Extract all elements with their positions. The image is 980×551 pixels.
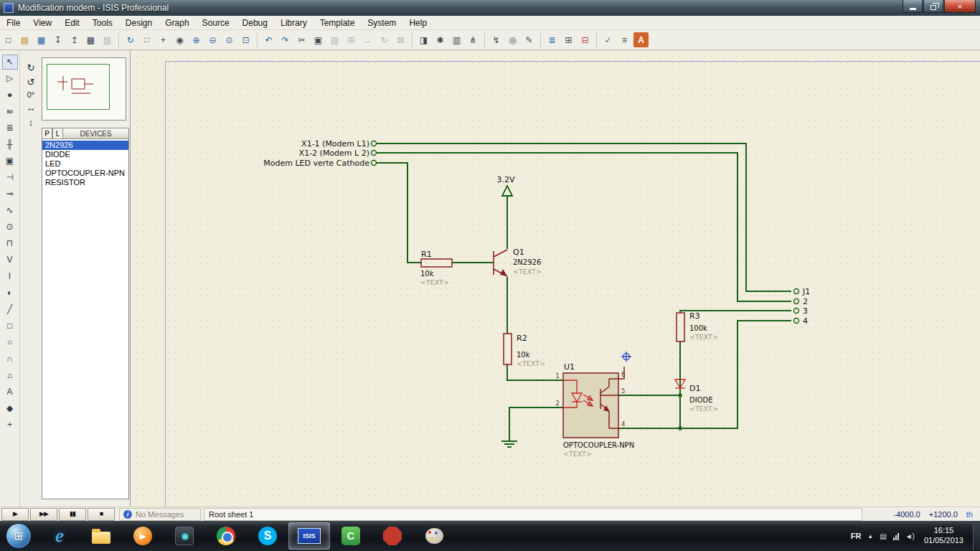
pause-button[interactable]: ▮▮ bbox=[59, 508, 86, 521]
menu-file[interactable]: File bbox=[0, 17, 27, 29]
menu-graph[interactable]: Graph bbox=[159, 17, 195, 29]
rotate-anticlockwise-button[interactable]: ↺ bbox=[23, 75, 39, 89]
redraw-icon[interactable]: ↻ bbox=[123, 32, 138, 47]
mirror-vertical-button[interactable]: ↕ bbox=[23, 115, 39, 129]
copy-icon[interactable]: ▣ bbox=[311, 32, 326, 47]
bus-icon[interactable]: ╫ bbox=[2, 137, 18, 152]
paste-icon[interactable]: ▨ bbox=[327, 32, 342, 47]
pan-icon[interactable]: ◉ bbox=[172, 32, 187, 47]
menu-library[interactable]: Library bbox=[274, 17, 314, 29]
block-move-icon[interactable]: ↔ bbox=[360, 32, 375, 47]
netlist-to-ares-icon[interactable]: A bbox=[633, 32, 649, 47]
design-explorer-icon[interactable]: ≣ bbox=[545, 32, 560, 47]
media-player-taskbar-icon[interactable]: ▶ bbox=[122, 522, 164, 550]
restore-button[interactable] bbox=[923, 0, 943, 13]
minimize-button[interactable] bbox=[903, 0, 923, 13]
new-sheet-icon[interactable]: ⊞ bbox=[561, 32, 576, 47]
volume-tray-icon[interactable]: ◄) bbox=[905, 532, 915, 540]
zoom-area-icon[interactable]: ⊡ bbox=[238, 32, 253, 47]
text-script-icon[interactable]: ≣ bbox=[2, 121, 18, 136]
selection-mode-icon[interactable]: ↖ bbox=[2, 55, 18, 70]
circle-2d-icon[interactable]: ○ bbox=[2, 335, 18, 350]
device-item-diode[interactable]: DIODE bbox=[42, 150, 128, 159]
terminal-mode-icon[interactable]: ⊣ bbox=[2, 170, 18, 185]
stop-button[interactable]: ■ bbox=[88, 508, 115, 521]
paint-taskbar-icon[interactable] bbox=[413, 522, 455, 550]
resistor-r3[interactable]: R3 100k <TEXT> bbox=[677, 311, 718, 342]
menu-design[interactable]: Design bbox=[119, 17, 159, 29]
chrome-taskbar-icon[interactable] bbox=[205, 522, 247, 550]
component-mode-icon[interactable]: ▷ bbox=[2, 71, 18, 86]
import-section-icon[interactable]: ↧ bbox=[50, 32, 65, 47]
block-delete-icon[interactable]: ⊠ bbox=[393, 32, 408, 47]
property-assignment-icon[interactable]: ✎ bbox=[522, 32, 537, 47]
language-indicator[interactable]: FR bbox=[851, 532, 862, 540]
zoom-all-icon[interactable]: ⊙ bbox=[222, 32, 237, 47]
voltage-probe-icon[interactable]: V bbox=[2, 253, 18, 268]
close-button[interactable]: × bbox=[944, 0, 976, 13]
menu-template[interactable]: Template bbox=[314, 17, 362, 29]
start-button[interactable]: ⊞ bbox=[6, 523, 32, 549]
ie-taskbar-icon[interactable]: e bbox=[39, 522, 80, 550]
block-rotate-icon[interactable]: ↻ bbox=[377, 32, 392, 47]
junction-dot-icon[interactable]: ● bbox=[2, 88, 18, 103]
explorer-taskbar-icon[interactable] bbox=[80, 522, 122, 550]
power-terminal-3v2[interactable]: 3.2V bbox=[496, 175, 514, 196]
play-button[interactable]: ▶ bbox=[1, 508, 29, 521]
text-2d-icon[interactable]: A bbox=[2, 385, 18, 400]
overview-window[interactable] bbox=[42, 57, 126, 121]
show-hidden-icons-button[interactable]: ▲ bbox=[867, 533, 873, 540]
block-copy-icon[interactable]: ⊞ bbox=[344, 32, 359, 47]
toggle-grid-icon[interactable]: ∷ bbox=[139, 32, 154, 47]
pick-parts-icon[interactable]: ◨ bbox=[416, 32, 431, 47]
tape-recorder-icon[interactable]: ⊙ bbox=[2, 220, 18, 235]
optocoupler-u1[interactable]: 1 2 6 5 4 U1 OPTOCOUPLER-NPN <TEXT> bbox=[556, 362, 635, 458]
mark-output-area-icon[interactable]: ▧ bbox=[100, 32, 115, 47]
redo-icon[interactable]: ↷ bbox=[278, 32, 293, 47]
cut-icon[interactable]: ✂ bbox=[294, 32, 309, 47]
isis-taskbar-icon[interactable]: ISIS bbox=[288, 522, 330, 550]
box-2d-icon[interactable]: □ bbox=[2, 319, 18, 334]
pick-devices-button[interactable]: P bbox=[42, 128, 52, 139]
ares-taskbar-icon[interactable] bbox=[372, 522, 413, 550]
remove-sheet-icon[interactable]: ⊟ bbox=[578, 32, 593, 47]
editing-canvas[interactable]: X1-1 (Modem L1) X1-2 (Modem L 2) Modem L… bbox=[131, 50, 980, 507]
resistor-r2[interactable]: R2 10k <TEXT> bbox=[504, 334, 545, 367]
current-probe-icon[interactable]: I bbox=[2, 269, 18, 284]
marker-icon[interactable]: + bbox=[2, 418, 18, 433]
device-pin-icon[interactable]: ⊸ bbox=[2, 187, 18, 202]
terminal-x1-1[interactable]: X1-1 (Modem L1) bbox=[301, 139, 376, 149]
line-2d-icon[interactable]: ╱ bbox=[2, 302, 18, 317]
network-tray-icon[interactable] bbox=[893, 532, 899, 540]
electrical-check-icon[interactable]: ✓ bbox=[600, 32, 616, 47]
menu-edit[interactable]: Edit bbox=[58, 17, 86, 29]
decompose-icon[interactable]: ⋔ bbox=[466, 32, 481, 47]
device-item-2n2926[interactable]: 2N2926 bbox=[42, 141, 128, 150]
clock[interactable]: 16:15 01/05/2013 bbox=[924, 526, 963, 546]
subcircuit-icon[interactable]: ▣ bbox=[2, 154, 18, 169]
netlist-compiler-icon[interactable]: ≡ bbox=[617, 32, 632, 47]
virtual-instruments-icon[interactable]: ◐ bbox=[2, 286, 18, 301]
menu-help[interactable]: Help bbox=[402, 17, 433, 29]
menu-system[interactable]: System bbox=[361, 17, 402, 29]
symbol-2d-icon[interactable]: ◆ bbox=[2, 401, 18, 416]
arc-2d-icon[interactable]: ∩ bbox=[2, 352, 18, 367]
print-design-icon[interactable]: ▩ bbox=[83, 32, 98, 47]
rotate-clockwise-button[interactable]: ↻ bbox=[23, 60, 39, 75]
device-item-led[interactable]: LED bbox=[42, 159, 128, 169]
terminal-x1-2[interactable]: X1-2 (Modem L 2) bbox=[299, 149, 377, 158]
zoom-in-icon[interactable]: ⊕ bbox=[189, 32, 204, 47]
device-item-optocoupler[interactable]: OPTOCOUPLER-NPN bbox=[42, 169, 128, 178]
undo-icon[interactable]: ↶ bbox=[261, 32, 276, 47]
step-button[interactable]: ▶▶ bbox=[30, 508, 57, 521]
wire-label-icon[interactable]: lbl bbox=[2, 104, 18, 119]
menu-debug[interactable]: Debug bbox=[236, 17, 274, 29]
save-design-icon[interactable]: ▦ bbox=[34, 32, 49, 47]
library-manager-button[interactable]: L bbox=[52, 128, 63, 139]
menu-view[interactable]: View bbox=[27, 17, 58, 29]
transistor-q1[interactable]: Q1 2N2926 <TEXT> bbox=[494, 248, 542, 276]
export-section-icon[interactable]: ↥ bbox=[67, 32, 82, 47]
green-app-taskbar-icon[interactable]: C bbox=[330, 522, 372, 550]
generator-mode-icon[interactable]: ⊓ bbox=[2, 236, 18, 251]
packaging-tool-icon[interactable]: ▥ bbox=[449, 32, 464, 47]
